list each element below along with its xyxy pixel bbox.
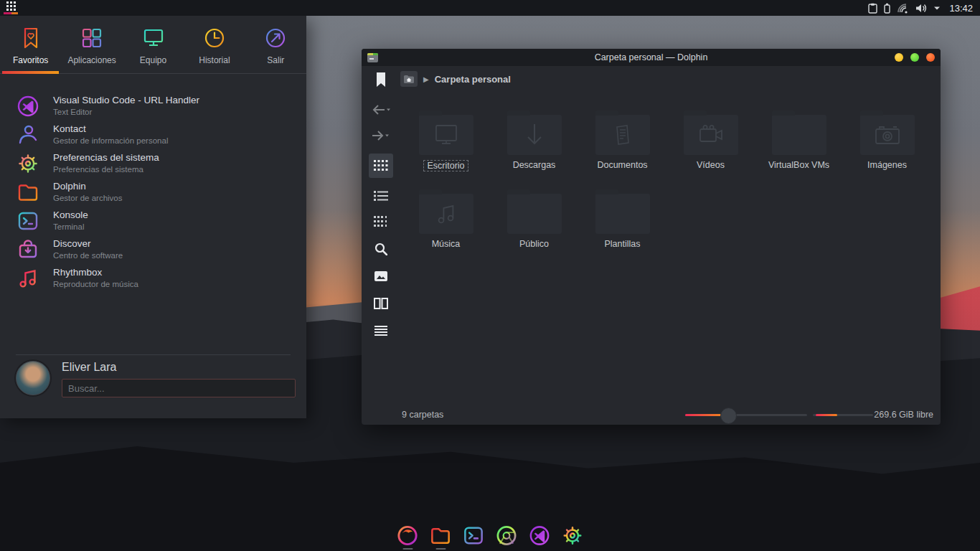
dock-item-settings[interactable] (561, 524, 585, 550)
forward-arrow-icon (372, 131, 390, 141)
monitor-glyph-icon (434, 124, 458, 146)
compact-view-icon (374, 190, 388, 202)
preview-button[interactable] (369, 264, 393, 288)
dock-item-vscode[interactable] (528, 524, 552, 550)
app-subtitle: Preferencias del sistema (53, 164, 159, 174)
document-glyph-icon (613, 123, 633, 147)
app-item-rhythmbox[interactable]: Rhythmbox Reproductor de música (0, 264, 306, 293)
tab-favoritos[interactable]: Favoritos (0, 16, 61, 73)
folder-label: Documentos (594, 160, 650, 170)
app-item-discover[interactable]: Discover Centro de software (0, 235, 306, 264)
folder-musica[interactable]: Música (402, 188, 490, 249)
tab-equipo[interactable]: Equipo (123, 16, 184, 73)
dock-item-dolphin[interactable] (429, 524, 453, 550)
app-item-kontact[interactable]: Kontact Gestor de información personal (0, 121, 306, 149)
network-icon[interactable] (897, 3, 909, 14)
terminal-icon (16, 209, 40, 233)
dock-item-chrome[interactable] (495, 524, 519, 550)
details-view-icon (374, 216, 388, 227)
launcher-grid-icon (6, 1, 16, 11)
folder-documentos[interactable]: Documentos (578, 109, 666, 171)
menu-button[interactable] (369, 319, 393, 343)
user-avatar[interactable] (16, 361, 50, 395)
photo-camera-glyph-icon (875, 125, 900, 145)
folder-count: 9 carpetas (402, 410, 443, 420)
app-item-preferencias[interactable]: Preferencias del sistema Preferencias de… (0, 149, 306, 178)
breadcrumb: ▶ Carpeta personal (400, 69, 941, 89)
disk-capacity-bar (813, 414, 873, 416)
folder-descargas[interactable]: Descargas (490, 109, 578, 171)
folder-imagenes[interactable]: Imágenes (843, 109, 931, 171)
tab-salir[interactable]: Salir (245, 16, 306, 73)
icons-view-button[interactable] (369, 154, 393, 178)
folder-label: Música (429, 239, 463, 249)
folder-virtualbox-vms[interactable]: VirtualBox VMs (755, 109, 843, 171)
clock-icon (201, 24, 228, 52)
details-view-button[interactable] (369, 209, 393, 234)
folder-label: VirtualBox VMs (765, 160, 832, 170)
close-button[interactable] (926, 53, 935, 62)
tab-aplicaciones[interactable]: Aplicaciones (61, 16, 122, 73)
battery-icon[interactable] (884, 3, 890, 14)
bookmark-places-button[interactable] (369, 67, 393, 92)
folder-label: Plantillas (601, 239, 643, 249)
app-item-vscode[interactable]: Visual Studio Code - URL Handler Text Ed… (0, 92, 306, 121)
folder-escritorio[interactable]: Escritorio (402, 109, 490, 171)
back-arrow-icon (372, 105, 390, 115)
tab-label: Salir (267, 55, 284, 65)
tab-label: Aplicaciones (67, 55, 116, 65)
minimize-button[interactable] (895, 53, 903, 62)
folder-videos[interactable]: Vídeos (666, 109, 755, 171)
clipboard-icon[interactable] (868, 3, 877, 14)
folder-label: Imágenes (864, 160, 910, 170)
dock-item-firefox[interactable] (396, 524, 420, 550)
zoom-slider[interactable] (685, 414, 807, 416)
split-view-icon (374, 298, 388, 309)
folder-plantillas[interactable]: Plantillas (578, 188, 666, 249)
folder-publico[interactable]: Público (490, 188, 578, 249)
vscode-icon (16, 94, 40, 118)
app-subtitle: Centro de software (53, 250, 123, 260)
zoom-slider-fill (685, 414, 722, 416)
dolphin-statusbar: 9 carpetas 269.6 GiB libre (362, 405, 941, 425)
window-app-icon[interactable] (367, 53, 378, 62)
window-titlebar[interactable]: Carpeta personal — Dolphin (362, 49, 941, 66)
user-name: Eliver Lara (62, 361, 116, 374)
search-button[interactable] (369, 237, 393, 261)
app-title: Visual Studio Code - URL Handler (53, 95, 199, 107)
zoom-slider-handle[interactable] (720, 408, 737, 424)
folder-icon (429, 524, 453, 547)
maximize-button[interactable] (910, 53, 919, 62)
clock[interactable]: 13:42 (949, 3, 973, 14)
folder-icon (16, 180, 40, 204)
tab-historial[interactable]: Historial (184, 16, 245, 73)
app-subtitle: Gestor de archivos (53, 193, 123, 203)
app-title: Rhythmbox (53, 267, 138, 279)
home-folder-button[interactable] (400, 71, 418, 87)
running-indicator (435, 548, 446, 550)
top-panel: 13:42 (0, 0, 980, 16)
logout-icon (262, 24, 289, 52)
application-launcher-button[interactable] (0, 0, 22, 16)
app-subtitle: Text Editor (53, 107, 199, 117)
app-grid-icon (78, 24, 105, 52)
folder-label: Público (517, 239, 552, 249)
app-item-konsole[interactable]: Konsole Terminal (0, 207, 306, 235)
app-item-dolphin[interactable]: Dolphin Gestor de archivos (0, 178, 306, 207)
search-input[interactable] (62, 379, 296, 397)
firefox-icon (396, 524, 420, 547)
favorites-app-list: Visual Studio Code - URL Handler Text Ed… (0, 92, 306, 293)
system-tray: 13:42 (868, 3, 980, 14)
caret-down-icon[interactable] (933, 6, 941, 11)
volume-icon[interactable] (915, 3, 927, 14)
app-subtitle: Reproductor de música (53, 279, 138, 289)
compact-view-button[interactable] (369, 184, 393, 208)
forward-button[interactable] (369, 123, 393, 148)
breadcrumb-location[interactable]: Carpeta personal (435, 74, 511, 85)
folder-label: Descargas (510, 160, 559, 170)
app-subtitle: Gestor de información personal (53, 136, 168, 146)
dock-item-konsole[interactable] (462, 524, 486, 550)
split-view-button[interactable] (369, 291, 393, 316)
app-title: Konsole (53, 209, 88, 222)
back-button[interactable] (369, 98, 393, 122)
